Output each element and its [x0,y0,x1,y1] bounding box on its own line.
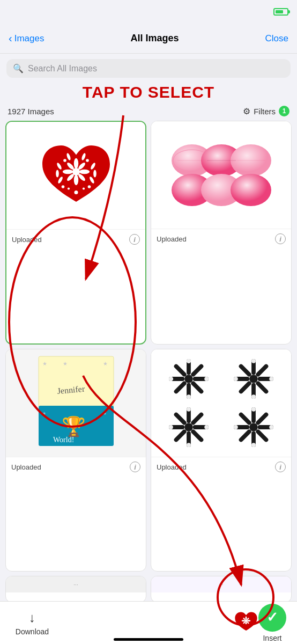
filter-badge: 1 [279,106,289,116]
svg-text:World!: World! [53,436,74,444]
download-button[interactable]: ↓ Download [11,610,54,636]
svg-point-44 [184,375,193,383]
svg-rect-78 [173,429,187,443]
image-footer-stationery: Uploaded i [6,457,146,477]
back-label: Images [14,33,44,44]
svg-point-23 [82,187,84,189]
insert-label: Insert [263,634,281,642]
svg-point-101 [242,620,245,621]
svg-point-95 [251,443,256,447]
svg-point-54 [187,394,191,399]
svg-rect-67 [255,380,269,394]
svg-text:★: ★ [103,411,107,416]
svg-point-18 [86,159,89,162]
svg-point-97 [269,425,273,429]
partial-card-left[interactable]: ··· [5,576,146,603]
svg-text:★: ★ [42,361,47,367]
bottom-toolbar: ↓ Download ✓ Insert [0,601,297,644]
svg-point-13 [93,170,96,178]
search-input[interactable]: Search All Images [28,64,97,74]
svg-point-100 [246,621,247,625]
svg-point-4 [79,170,90,174]
image-footer-heart: Uploaded i [6,229,145,249]
svg-rect-80 [190,429,204,443]
back-button[interactable]: ‹ Images [9,32,44,45]
svg-rect-77 [190,412,204,426]
svg-point-3 [62,170,73,174]
svg-point-99 [246,616,247,619]
mandala-2 [222,356,285,402]
svg-point-96 [234,425,238,429]
download-label: Download [16,627,49,636]
image-preview-cushion [151,121,291,229]
svg-point-10 [56,170,59,178]
partial-row: ··· ··· [0,576,297,603]
info-button-mandala[interactable]: i [275,462,286,472]
image-card-stationery[interactable]: ★ ★ ★ Jennifer ★ ★ 🏆 World! Uploaded i [5,349,146,572]
svg-point-72 [184,423,193,431]
search-bar[interactable]: 🔍 Search All Images [6,59,291,78]
filter-label: Filters [254,107,276,116]
selected-thumbnail-toolbar [234,610,258,636]
svg-point-84 [205,425,209,429]
partial-card-right[interactable]: ··· [151,576,292,603]
svg-point-17 [63,159,66,162]
svg-rect-90 [255,412,269,426]
filter-icon: ⚙ [243,106,250,116]
image-label-heart: Uploaded [12,236,42,244]
image-preview-stationery: ★ ★ ★ Jennifer ★ ★ 🏆 World! [6,349,146,457]
svg-point-68 [251,359,256,363]
svg-rect-91 [238,429,252,443]
svg-point-1 [73,158,78,169]
svg-point-82 [187,443,191,447]
image-footer-mandala: Uploaded i [151,457,291,477]
image-card-cushion[interactable]: Uploaded i [151,121,292,345]
image-count: 1927 Images [8,107,54,116]
svg-point-71 [269,377,273,381]
svg-text:🏆: 🏆 [62,415,86,438]
svg-rect-93 [255,429,269,443]
svg-point-81 [187,407,191,412]
image-label-cushion: Uploaded [157,235,187,243]
svg-point-94 [251,407,256,412]
image-preview-mandala [151,349,291,457]
mandala-1 [158,356,220,402]
image-preview-heart [6,122,145,229]
svg-text:★: ★ [42,411,46,416]
info-button-heart[interactable]: i [129,234,140,245]
search-icon: 🔍 [13,63,24,74]
download-icon: ↓ [29,610,35,625]
svg-rect-49 [190,363,204,377]
image-label-stationery: Uploaded [11,463,41,471]
svg-point-30 [231,174,271,206]
svg-rect-66 [238,363,252,377]
checkmark-icon: ✓ [266,609,278,626]
page-title: All Images [130,33,179,44]
back-chevron-icon: ‹ [9,32,12,45]
image-card-heart[interactable]: Uploaded i [5,121,146,345]
svg-point-21 [74,191,78,194]
insert-button[interactable]: ✓ Insert [258,604,286,642]
mandala-4 [222,404,285,450]
svg-rect-65 [238,380,252,394]
svg-point-59 [249,375,258,383]
close-button[interactable]: Close [265,33,288,44]
svg-rect-34 [39,356,114,407]
info-button-cushion[interactable]: i [275,233,286,244]
svg-point-83 [169,425,173,429]
filter-bar: 1927 Images ⚙ Filters 1 [0,103,297,121]
svg-point-102 [247,620,250,621]
svg-point-19 [61,185,64,188]
home-bar [114,638,183,641]
filter-button[interactable]: ⚙ Filters 1 [243,106,289,116]
svg-point-70 [234,377,238,381]
status-bar [0,0,297,24]
battery-icon [273,8,288,16]
tap-to-select-banner: TAP TO SELECT [0,83,297,101]
svg-text:★: ★ [103,361,108,367]
image-grid: Uploaded i [0,121,297,572]
image-card-mandala[interactable]: Uploaded i [151,349,292,572]
info-button-stationery[interactable]: i [130,462,140,472]
svg-point-2 [73,175,78,186]
insert-check-circle: ✓ [258,604,286,632]
